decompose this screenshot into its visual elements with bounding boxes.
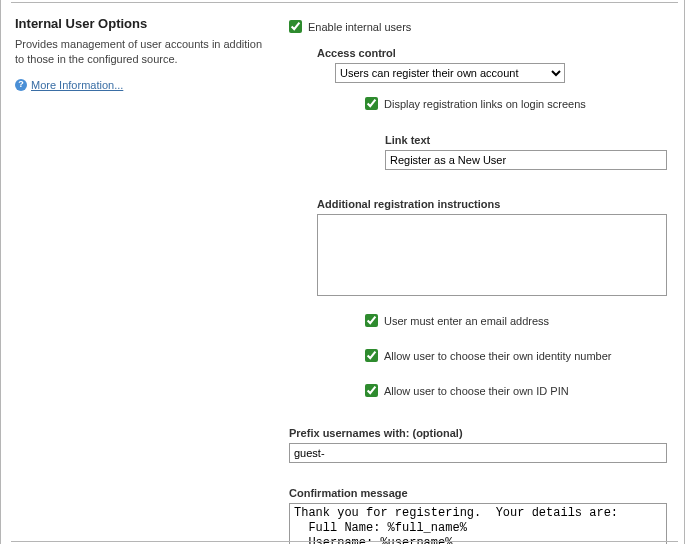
- additional-instructions-label: Additional registration instructions: [317, 198, 667, 210]
- info-icon: ?: [15, 79, 27, 91]
- must-enter-email-label: User must enter an email address: [384, 315, 549, 327]
- additional-instructions-textarea[interactable]: [317, 214, 667, 296]
- prefix-usernames-label: Prefix usernames with: (optional): [289, 427, 667, 439]
- access-control-label: Access control: [317, 47, 667, 59]
- access-control-select[interactable]: Users can register their own account: [335, 63, 565, 83]
- left-panel: Internal User Options Provides managemen…: [1, 10, 279, 534]
- link-text-label: Link text: [385, 134, 667, 146]
- enable-internal-users-label: Enable internal users: [308, 21, 411, 33]
- choose-pin-checkbox[interactable]: [365, 384, 378, 397]
- more-information-link[interactable]: More Information...: [31, 79, 123, 91]
- display-registration-links-label: Display registration links on login scre…: [384, 98, 586, 110]
- enable-internal-users-checkbox[interactable]: [289, 20, 302, 33]
- page-description: Provides management of user accounts in …: [15, 37, 269, 67]
- confirmation-message-textarea[interactable]: [289, 503, 667, 544]
- prefix-usernames-input[interactable]: [289, 443, 667, 463]
- form-panel: Enable internal users Access control Use…: [279, 10, 685, 534]
- link-text-input[interactable]: [385, 150, 667, 170]
- choose-identity-checkbox[interactable]: [365, 349, 378, 362]
- choose-identity-label: Allow user to choose their own identity …: [384, 350, 611, 362]
- confirmation-message-label: Confirmation message: [289, 487, 667, 499]
- page-title: Internal User Options: [15, 16, 269, 31]
- display-registration-links-checkbox[interactable]: [365, 97, 378, 110]
- choose-pin-label: Allow user to choose their own ID PIN: [384, 385, 569, 397]
- must-enter-email-checkbox[interactable]: [365, 314, 378, 327]
